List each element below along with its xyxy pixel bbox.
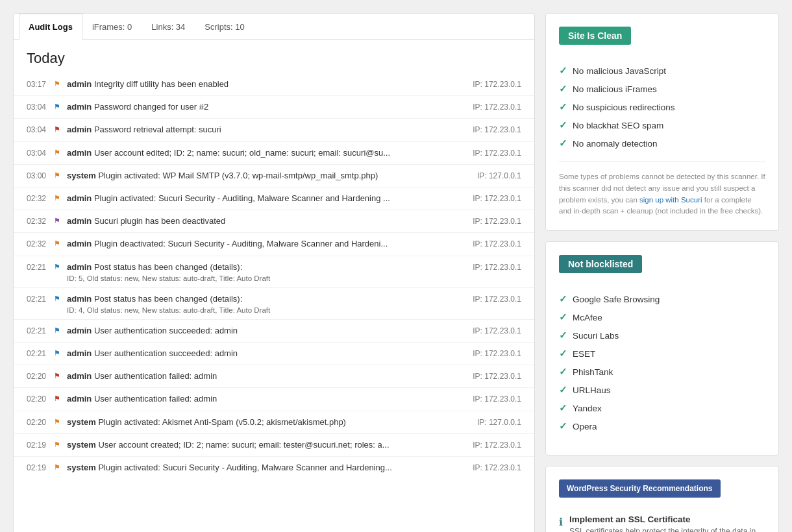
check-label: No malicious iFrames bbox=[573, 84, 657, 94]
log-message: Sucuri plugin has been deactivated bbox=[94, 216, 225, 226]
log-item: 02:21 ⚑ admin Post status has been chang… bbox=[14, 256, 534, 288]
log-ip: IP: 172.23.0.1 bbox=[463, 348, 521, 358]
check-icon: ✓ bbox=[559, 65, 567, 77]
check-icon: ✓ bbox=[559, 138, 567, 149]
log-detail: ID: 4, Old status: new, New status: auto… bbox=[67, 306, 459, 314]
tab-audit-logs[interactable]: Audit Logs bbox=[19, 14, 82, 40]
blocklist-check-item: ✓Yandex bbox=[559, 399, 765, 417]
log-main-text: system Plugin activated: Sucuri Security… bbox=[67, 462, 459, 474]
log-message: User authentication succeeded: admin bbox=[94, 348, 238, 358]
log-main-text: admin User authentication failed: admin bbox=[67, 370, 459, 382]
log-time: 02:19 bbox=[27, 439, 50, 450]
log-message: Password changed for user #2 bbox=[94, 102, 208, 112]
log-user: admin bbox=[67, 193, 92, 203]
log-message: Password retrieval attempt: sucuri bbox=[94, 125, 221, 134]
log-message: Post status has been changed (details): bbox=[94, 262, 242, 272]
log-user: admin bbox=[67, 216, 92, 226]
log-item: 02:19 ⚑ system Plugin activated: Sucuri … bbox=[14, 457, 534, 479]
log-content: admin Plugin activated: Sucuri Security … bbox=[67, 193, 459, 204]
site-clean-note: Some types of problems cannot be detecte… bbox=[559, 171, 765, 217]
blocklist-check-item: ✓Sucuri Labs bbox=[559, 326, 765, 345]
check-label: No suspicious redirections bbox=[573, 103, 675, 112]
log-flag-icon: ⚑ bbox=[54, 370, 63, 380]
log-flag-icon: ⚑ bbox=[54, 170, 63, 180]
log-message: User account created; ID: 2; name: sucur… bbox=[98, 440, 389, 450]
log-time: 02:21 bbox=[27, 261, 50, 272]
log-user: admin bbox=[67, 371, 92, 381]
log-flag-icon: ⚑ bbox=[54, 417, 63, 426]
log-item: 03:17 ⚑ admin Integrity diff utility has… bbox=[14, 73, 534, 96]
log-content: admin Sucuri plugin has been deactivated bbox=[67, 215, 459, 227]
check-label: URLHaus bbox=[573, 385, 611, 395]
right-panel: Site Is Clean ✓No malicious JavaScript✓N… bbox=[545, 13, 779, 532]
tab-links[interactable]: Links: 34 bbox=[142, 14, 195, 40]
log-ip: IP: 172.23.0.1 bbox=[463, 439, 521, 450]
log-item: 02:21 ⚑ admin Post status has been chang… bbox=[14, 288, 534, 320]
blocklist-check-item: ✓Google Safe Browsing bbox=[559, 290, 765, 308]
log-message: Post status has been changed (details): bbox=[94, 294, 242, 304]
log-main-text: admin User authentication failed: admin bbox=[67, 393, 459, 405]
log-ip: IP: 127.0.0.1 bbox=[463, 170, 521, 180]
log-flag-icon: ⚑ bbox=[54, 79, 63, 88]
log-content: system Plugin activated: WP Mail SMTP (v… bbox=[67, 170, 459, 182]
log-item: 02:21 ⚑ admin User authentication succee… bbox=[14, 343, 534, 365]
log-time: 02:20 bbox=[27, 393, 50, 404]
log-message: Plugin activated: Sucuri Security - Audi… bbox=[98, 463, 391, 472]
tab-scripts[interactable]: Scripts: 10 bbox=[195, 14, 254, 40]
log-ip: IP: 172.23.0.1 bbox=[463, 147, 521, 158]
log-user: admin bbox=[67, 262, 92, 272]
blocklist-check-item: ✓PhishTank bbox=[559, 363, 765, 381]
section-today: Today bbox=[14, 40, 534, 73]
log-time: 02:21 bbox=[27, 325, 50, 335]
log-main-text: admin User authentication succeeded: adm… bbox=[67, 348, 459, 359]
log-message: User authentication failed: admin bbox=[94, 394, 217, 404]
audit-logs-panel: Audit Logs iFrames: 0 Links: 34 Scripts:… bbox=[13, 13, 535, 532]
log-item: 02:20 ⚑ admin User authentication failed… bbox=[14, 365, 534, 388]
wp-security-badge: WordPress Security Recommendations bbox=[559, 479, 721, 498]
log-item: 02:32 ⚑ admin Sucuri plugin has been dea… bbox=[14, 210, 534, 233]
log-ip: IP: 172.23.0.1 bbox=[463, 193, 521, 203]
log-flag-icon: ⚑ bbox=[54, 238, 63, 248]
log-item: 02:20 ⚑ admin User authentication failed… bbox=[14, 388, 534, 411]
check-icon: ✓ bbox=[559, 420, 567, 432]
log-user: system bbox=[67, 463, 96, 472]
log-item: 03:04 ⚑ admin Password retrieval attempt… bbox=[14, 119, 534, 141]
log-time: 02:19 bbox=[27, 462, 50, 472]
clean-check-item: ✓No anomaly detection bbox=[559, 134, 765, 152]
check-icon: ✓ bbox=[559, 101, 567, 113]
log-time: 03:04 bbox=[27, 101, 50, 112]
log-ip: IP: 172.23.0.1 bbox=[463, 393, 521, 404]
log-user: admin bbox=[67, 326, 92, 335]
log-flag-icon: ⚑ bbox=[54, 261, 63, 271]
log-flag-icon: ⚑ bbox=[54, 462, 63, 472]
check-label: Opera bbox=[573, 422, 597, 431]
log-time: 03:04 bbox=[27, 124, 50, 134]
log-message: Plugin activated: Sucuri Security - Audi… bbox=[94, 193, 390, 203]
log-ip: IP: 172.23.0.1 bbox=[463, 293, 521, 304]
log-user: admin bbox=[67, 348, 92, 358]
log-item: 02:20 ⚑ system Plugin activated: Akismet… bbox=[14, 411, 534, 434]
site-clean-checks: ✓No malicious JavaScript✓No malicious iF… bbox=[559, 62, 765, 152]
log-flag-icon: ⚑ bbox=[54, 215, 63, 225]
log-user: admin bbox=[67, 239, 92, 248]
log-content: admin Password retrieval attempt: sucuri bbox=[67, 124, 459, 136]
log-time: 02:21 bbox=[27, 293, 50, 304]
log-main-text: admin User authentication succeeded: adm… bbox=[67, 325, 459, 337]
log-content: admin Post status has been changed (deta… bbox=[67, 261, 459, 282]
log-main-text: system User account created; ID: 2; name… bbox=[67, 439, 459, 451]
log-list: 03:17 ⚑ admin Integrity diff utility has… bbox=[14, 73, 534, 479]
tab-iframes[interactable]: iFrames: 0 bbox=[82, 14, 142, 40]
log-item: 02:19 ⚑ system User account created; ID:… bbox=[14, 434, 534, 457]
rec-desc: SSL certificates help protect the integr… bbox=[569, 526, 756, 532]
clean-check-item: ✓No malicious iFrames bbox=[559, 80, 765, 98]
log-flag-icon: ⚑ bbox=[54, 439, 63, 449]
log-main-text: admin Integrity diff utility has been en… bbox=[67, 79, 459, 90]
log-flag-icon: ⚑ bbox=[54, 101, 63, 111]
log-main-text: admin Plugin activated: Sucuri Security … bbox=[67, 193, 459, 204]
log-time: 02:21 bbox=[27, 348, 50, 358]
log-content: admin User authentication succeeded: adm… bbox=[67, 348, 459, 359]
sucuri-link[interactable]: sign up with Sucuri bbox=[639, 196, 702, 204]
log-content: admin Integrity diff utility has been en… bbox=[67, 79, 459, 90]
log-detail: ID: 5, Old status: new, New status: auto… bbox=[67, 274, 459, 282]
check-icon: ✓ bbox=[559, 119, 567, 131]
